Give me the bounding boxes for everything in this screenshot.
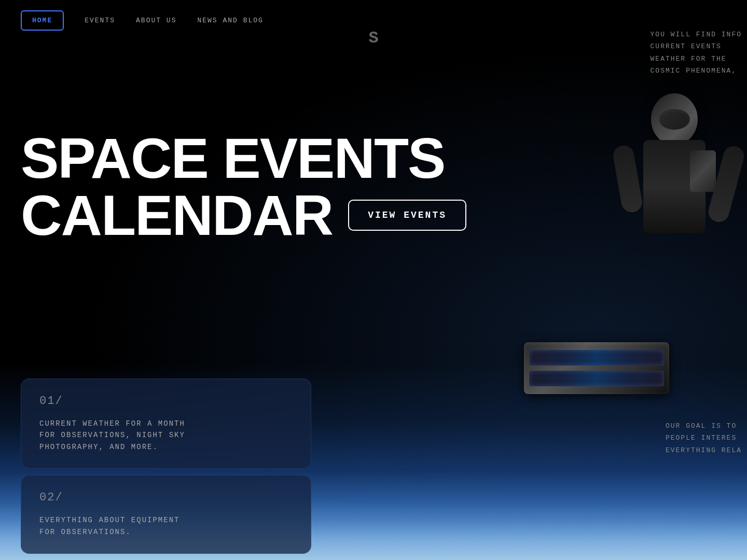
card-2: 02/ EVERYTHING ABOUT EQUIPMENTFOR OBSERV… (21, 475, 311, 554)
card-1: 01/ CURRENT WEATHER FOR A MONTHFOR OBSER… (21, 379, 311, 469)
nav-about-link[interactable]: ABOUT US (136, 17, 176, 24)
right-bottom-line2: PEOPLE INTERES (666, 432, 742, 444)
view-events-button[interactable]: VIEW EVENTS (348, 200, 466, 231)
astronaut-torso (643, 140, 706, 233)
right-text-line1: YOU WILL FIND INFO (651, 29, 742, 40)
card-1-text: CURRENT WEATHER FOR A MONTHFOR OBSERVATI… (39, 418, 293, 453)
astronaut-backpack (690, 150, 716, 192)
nav-home-button[interactable]: HOME (21, 10, 64, 31)
card-2-text: EVERYTHING ABOUT EQUIPMENTFOR OBSERVATIO… (39, 514, 293, 538)
right-bottom-line3: EVERYTHING RELA (666, 444, 742, 456)
astronaut-figure (643, 93, 706, 233)
card-1-number: 01/ (39, 395, 293, 408)
right-text-line2: CURRENT EVENTS (651, 40, 742, 52)
nav-news-link[interactable]: NEWS AND BLOG (197, 17, 263, 24)
astronaut-visor (659, 109, 690, 130)
right-text-bottom: OUR GOAL IS TO PEOPLE INTERES EVERYTHING… (666, 420, 747, 456)
nav-events-link[interactable]: EVENTS (85, 17, 115, 24)
hero-title-line2-container: CALENDAR VIEW EVENTS (21, 187, 466, 244)
hero-section: SPACE EVENTS CALENDAR VIEW EVENTS (21, 130, 466, 244)
satellite-object (524, 342, 669, 394)
cards-container: 01/ CURRENT WEATHER FOR A MONTHFOR OBSER… (21, 379, 311, 560)
hero-title-line1: SPACE EVENTS (21, 130, 466, 187)
card-2-number: 02/ (39, 491, 293, 504)
hero-title-line2: CALENDAR (21, 187, 333, 244)
logo-symbol: S (368, 29, 378, 48)
right-bottom-line1: OUR GOAL IS TO (666, 420, 742, 432)
right-text-line3: WEATHER FOR THE (651, 53, 742, 65)
right-text-line4: COSMIC PHENOMENA, (651, 65, 742, 77)
astronaut-helmet (651, 93, 698, 145)
right-text-top: YOU WILL FIND INFO CURRENT EVENTS WEATHE… (651, 29, 747, 77)
